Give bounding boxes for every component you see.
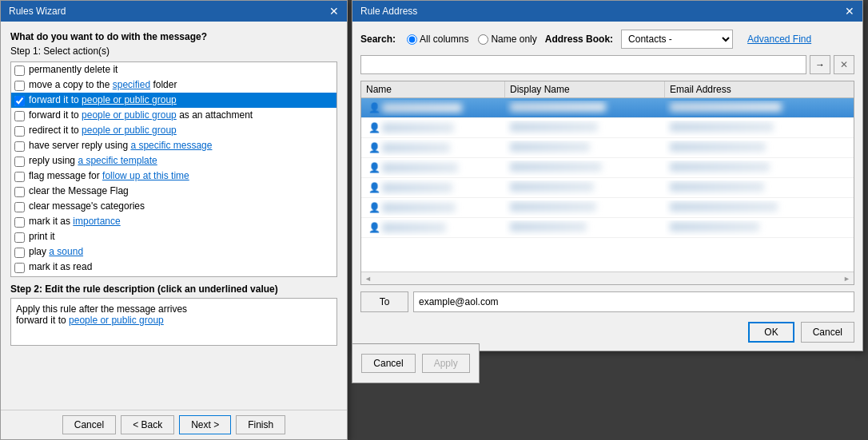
action-checkbox-3[interactable] [14,96,25,106]
action-checkbox-7[interactable] [14,157,25,167]
table-row[interactable]: 👤 [361,198,854,218]
scroll-left-icon[interactable]: ◄ [364,275,372,283]
blurred-display [510,222,587,232]
followup-link[interactable]: follow up at this time [102,170,189,181]
action-label: mark it as importance [29,216,121,227]
action-checkbox-2[interactable] [14,81,25,91]
table-header: Name Display Name Email Address [361,81,854,98]
action-checkbox-4[interactable] [14,111,25,121]
step2-box: Apply this rule after the message arrive… [10,298,337,346]
action-checkbox-5[interactable] [14,126,25,137]
specific-template-link[interactable]: a specific template [78,155,157,166]
action-checkbox-11[interactable] [14,217,25,228]
table-row[interactable]: 👤 [361,178,854,198]
step2-line2: forward it to people or public group [16,315,332,326]
horizontal-scrollbar[interactable]: ◄ ► [361,272,854,284]
finish-button[interactable]: Finish [236,415,285,434]
table-row[interactable]: 👤 [361,158,854,178]
importance-link[interactable]: importance [73,216,120,227]
email-input[interactable] [413,291,854,312]
action-checkbox-1[interactable] [14,65,25,76]
col-header-name[interactable]: Name [361,81,505,97]
scroll-right-icon[interactable]: ► [843,275,850,283]
cancel-button[interactable]: Cancel [62,415,116,434]
table-cell-display [505,200,665,216]
table-cell-email [665,121,854,136]
ra-footer: OK Cancel [360,319,854,343]
people-group-link-4[interactable]: people or public group [82,109,177,121]
to-button[interactable]: To [360,291,408,312]
people-group-link-3[interactable]: people or public group [82,94,177,105]
blurred-display [510,202,596,212]
next-button[interactable]: Next > [179,415,231,434]
blurred-name [382,143,450,153]
person-icon: 👤 [366,141,382,154]
action-label: move a copy to the specified folder [29,79,177,90]
sound-link[interactable]: a sound [49,246,83,257]
col-header-display[interactable]: Display Name [505,81,665,97]
step2-group-link[interactable]: people or public group [69,315,164,326]
blurred-email [670,202,778,212]
table-cell-email [665,101,854,116]
wizard-footer: Cancel < Back Next > Finish [1,410,347,439]
table-row[interactable]: 👤 [361,98,854,118]
ra-cancel-button[interactable]: Cancel [801,322,854,343]
action-label: mark it as read [29,261,92,272]
people-group-link-5[interactable]: people or public group [82,125,177,136]
address-book-label: Address Book: [545,34,613,45]
table-row[interactable]: 👤 [361,218,854,238]
action-checkbox-12[interactable] [14,232,25,243]
blurred-display [510,102,606,112]
table-cell-display [505,161,665,176]
action-item: reply using a specific template [11,153,336,168]
blurred-name [382,203,456,212]
action-checkbox-14[interactable] [14,263,25,273]
col-header-email[interactable]: Email Address [665,81,854,97]
search-clear-button[interactable]: ✕ [834,55,854,74]
action-checkbox-10[interactable] [14,202,25,212]
search-go-button[interactable]: → [810,55,830,74]
action-item: permanently delete it [11,62,336,77]
specified-link[interactable]: specified [113,79,150,90]
table-body[interactable]: 👤 👤 [361,98,854,272]
blurred-email [670,222,759,232]
table-row[interactable]: 👤 [361,138,854,158]
action-list[interactable]: permanently delete it move a copy to the… [10,61,337,277]
radio-all-columns-input[interactable] [407,34,417,45]
action-label: flag message for follow up at this time [29,170,189,181]
wizard-close-button[interactable]: ✕ [329,6,339,17]
radio-name-only-input[interactable] [478,34,488,45]
action-checkbox-9[interactable] [14,187,25,197]
radio-all-columns[interactable]: All columns [407,34,468,45]
table-cell-name: 👤 [361,140,505,156]
person-icon: 👤 [366,101,382,114]
action-item: flag message for follow up at this time [11,168,336,184]
bottom-panel: Cancel Apply [352,343,480,383]
action-item: clear message's categories [11,199,336,214]
specific-message-link[interactable]: a specific message [130,140,212,151]
table-row[interactable]: 👤 [361,118,854,138]
search-input[interactable] [360,55,806,74]
address-table: Name Display Name Email Address 👤 [360,81,854,285]
person-icon: 👤 [366,121,382,134]
action-checkbox-13[interactable] [14,248,25,258]
action-label: have server reply using a specific messa… [29,140,212,151]
back-button[interactable]: < Back [121,415,174,434]
bottom-apply-button[interactable]: Apply [422,354,470,373]
advanced-find-link[interactable]: Advanced Find [747,34,811,45]
ra-close-button[interactable]: ✕ [845,6,854,17]
search-radio-group: All columns Name only [407,34,537,45]
table-cell-display [505,141,665,156]
wizard-title: Rules Wizard [9,6,66,17]
radio-name-only[interactable]: Name only [478,34,536,45]
action-checkbox-8[interactable] [14,172,25,182]
ok-button[interactable]: OK [748,322,794,343]
search-row: Search: All columns Name only Address Bo… [360,30,854,49]
address-book-select[interactable]: Contacts - [621,30,733,49]
action-checkbox-6[interactable] [14,141,25,152]
bottom-cancel-button[interactable]: Cancel [361,354,415,373]
table-cell-name: 👤 [361,160,505,176]
radio-name-only-label: Name only [491,34,536,45]
step2-text-before: forward it to [16,315,69,326]
blurred-email [670,142,766,152]
